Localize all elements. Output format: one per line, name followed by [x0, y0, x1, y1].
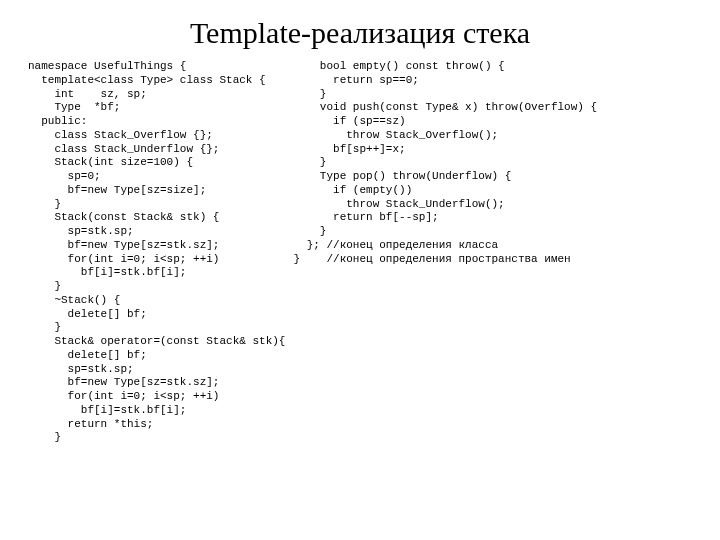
code-column-right: bool empty() const throw() { return sp==…	[293, 60, 597, 266]
code-column-left: namespace UsefulThings { template<class …	[28, 60, 293, 445]
code-block: namespace UsefulThings { template<class …	[28, 60, 692, 445]
slide-title: Template-реализация стека	[28, 16, 692, 50]
